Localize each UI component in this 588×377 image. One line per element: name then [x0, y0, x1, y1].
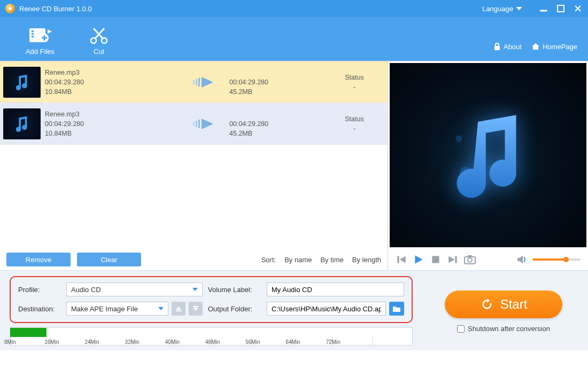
svg-rect-8: [32, 36, 34, 37]
shutdown-checkbox-row[interactable]: Shutdown after conversion: [457, 325, 550, 333]
tick-label: 24Min: [84, 339, 99, 345]
svg-marker-12: [48, 29, 52, 34]
add-files-button[interactable]: Add Files: [11, 23, 69, 56]
profile-label: Profile:: [18, 286, 61, 294]
disc-timeline: 8Min 16Min 24Min 32Min 40Min 48Min 56Min…: [10, 327, 413, 345]
svg-marker-39: [517, 255, 523, 263]
preview-controls: [388, 249, 588, 270]
file-thumbnail: [3, 67, 41, 98]
close-button[interactable]: [573, 4, 583, 13]
destination-value: Make APE Image File: [71, 305, 138, 313]
status-label: Status: [326, 73, 383, 82]
homepage-link[interactable]: HomePage: [531, 42, 577, 51]
svg-point-37: [468, 258, 472, 262]
file-size: 10.84MB: [45, 87, 187, 97]
chevron-down-icon: [516, 7, 522, 10]
svg-marker-34: [448, 256, 454, 263]
svg-rect-20: [196, 79, 197, 85]
file-size: 10.84MB: [45, 129, 187, 138]
svg-rect-30: [397, 256, 399, 263]
sort-by-time[interactable]: By time: [320, 256, 343, 264]
convert-arrow-icon: [187, 117, 229, 130]
maximize-button[interactable]: [556, 4, 566, 13]
cut-button[interactable]: Cut: [69, 23, 128, 56]
output-folder-input[interactable]: [267, 302, 386, 316]
volume-icon[interactable]: [516, 254, 528, 265]
file-list-blank: [0, 145, 388, 249]
tick-label: 32Min: [125, 339, 140, 345]
home-icon: [531, 42, 540, 51]
eject-button[interactable]: [172, 302, 185, 316]
output-duration: 00:04:29.280: [229, 77, 326, 87]
status-value: -: [326, 82, 383, 92]
about-label: About: [504, 43, 522, 51]
volume-label-label: Volume Label:: [208, 286, 261, 294]
play-button[interactable]: [413, 254, 424, 265]
file-duration: 00:04:29.280: [45, 119, 187, 129]
language-selector[interactable]: Language: [482, 5, 522, 13]
timeline-ticks: 8Min 16Min 24Min 32Min 40Min 48Min 56Min…: [10, 337, 412, 345]
file-name: Renee.mp3: [45, 109, 187, 119]
svg-marker-40: [176, 307, 181, 310]
output-file-meta: 00:04:29.280 45.2MB: [229, 109, 326, 138]
file-name: Renee.mp3: [45, 68, 187, 77]
start-button[interactable]: Start: [445, 290, 562, 318]
svg-marker-18: [532, 43, 539, 50]
tick-label: 16Min: [44, 339, 59, 345]
settings-panel: Profile: Audio CD Volume Label: Destinat…: [0, 270, 588, 350]
sort-bar: Sort: By name By time By length: [148, 256, 381, 264]
shutdown-checkbox[interactable]: [457, 325, 465, 333]
output-duration: 00:04:29.280: [229, 119, 326, 129]
chevron-down-icon: [158, 307, 164, 310]
browse-folder-button[interactable]: [389, 302, 404, 316]
svg-marker-0: [516, 7, 522, 10]
svg-rect-35: [455, 256, 457, 263]
file-status: Status -: [326, 73, 383, 92]
sort-by-length[interactable]: By length: [352, 256, 381, 264]
app-title: Renee CD Burner 1.0.0: [19, 5, 92, 13]
input-file-meta: Renee.mp3 00:04:29.280 10.84MB: [45, 68, 187, 97]
next-track-button[interactable]: [447, 254, 459, 265]
destination-select[interactable]: Make APE Image File: [66, 302, 168, 316]
shutdown-label: Shutdown after conversion: [468, 325, 550, 333]
volume-label-input[interactable]: [267, 282, 404, 296]
preview-pane: [388, 61, 588, 270]
sort-by-name[interactable]: By name: [284, 256, 312, 264]
svg-rect-41: [176, 310, 181, 311]
svg-rect-11: [42, 37, 47, 38]
svg-rect-6: [32, 30, 34, 32]
sort-label: Sort:: [261, 256, 276, 264]
about-link[interactable]: About: [493, 42, 522, 51]
remove-button[interactable]: Remove: [6, 253, 71, 266]
svg-rect-1: [540, 10, 547, 11]
homepage-label: HomePage: [543, 43, 577, 51]
svg-marker-31: [400, 256, 406, 263]
tick-label: 48Min: [205, 339, 220, 345]
start-label: Start: [500, 297, 528, 312]
refresh-icon: [480, 297, 494, 311]
file-duration: 00:04:29.280: [45, 77, 187, 87]
svg-rect-25: [198, 120, 200, 128]
snapshot-button[interactable]: [464, 254, 476, 265]
tick-label: 8Min: [4, 339, 16, 345]
timeline-used: [10, 328, 47, 337]
status-value: -: [326, 124, 383, 133]
cut-label: Cut: [69, 48, 128, 56]
clear-button[interactable]: Clear: [77, 253, 141, 266]
minimize-button[interactable]: [539, 4, 548, 13]
svg-rect-42: [193, 306, 198, 307]
content-area: Renee.mp3 00:04:29.280 10.84MB 00:04:29.…: [0, 61, 588, 270]
stop-button[interactable]: [430, 254, 442, 265]
file-row[interactable]: Renee.mp3 00:04:29.280 10.84MB 00:04:29.…: [0, 61, 388, 103]
volume-slider[interactable]: [532, 258, 581, 261]
eject-down-button[interactable]: [189, 302, 203, 316]
svg-marker-43: [193, 308, 198, 311]
file-thumbnail: [3, 108, 41, 139]
svg-rect-38: [468, 255, 472, 257]
chevron-down-icon: [192, 288, 198, 291]
file-row[interactable]: Renee.mp3 00:04:29.280 10.84MB 00:04:29.…: [0, 103, 388, 145]
profile-select[interactable]: Audio CD: [66, 282, 203, 296]
svg-rect-33: [432, 256, 439, 263]
prev-track-button[interactable]: [396, 254, 407, 265]
lock-icon: [493, 42, 501, 51]
